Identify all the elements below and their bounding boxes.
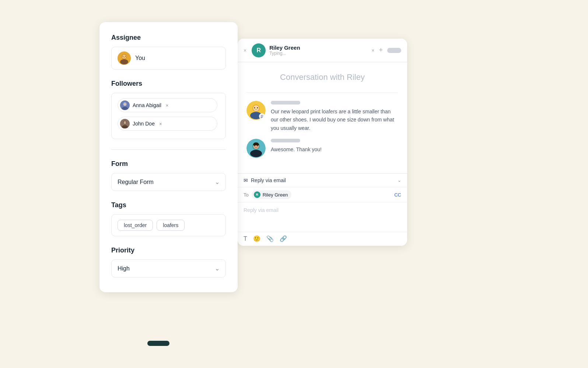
anna-remove[interactable]: × — [166, 103, 169, 108]
form-value: Regular Form — [118, 179, 154, 185]
tags-container: lost_order loafers — [111, 214, 226, 236]
chat-header-controls: × + — [371, 46, 401, 54]
chat-header-avatar: R — [252, 43, 266, 57]
priority-value: High — [118, 265, 130, 272]
form-chevron-icon: ⌄ — [215, 178, 220, 185]
toolbar-link-icon[interactable]: 🔗 — [280, 235, 287, 242]
svg-point-2 — [120, 59, 128, 64]
chat-header-info: Riley Green Typing... — [269, 45, 371, 56]
reply-recipient-name: Riley Green — [263, 192, 288, 198]
left-panel: Assignee You Followers — [99, 22, 238, 292]
tags-label: Tags — [111, 201, 226, 209]
anna-avatar — [120, 100, 130, 110]
message-text-2: Awesome. Thank you! — [271, 145, 398, 153]
svg-point-21 — [254, 107, 255, 109]
chat-title-divider — [246, 92, 398, 93]
chat-typing-indicator: Typing... — [269, 51, 371, 56]
assignee-label: Assignee — [111, 34, 226, 42]
assignee-box[interactable]: You — [111, 47, 226, 70]
message-avatar-customer — [246, 139, 266, 158]
svg-point-4 — [123, 56, 123, 57]
toolbar-attachment-icon[interactable]: 📎 — [266, 235, 274, 242]
chat-body: Conversation with Riley — [238, 62, 407, 170]
svg-point-31 — [254, 145, 255, 146]
message-row-1: Our new leopard print loafers are a litt… — [246, 101, 398, 132]
priority-chevron-icon: ⌄ — [215, 265, 220, 272]
priority-section: Priority High ⌄ — [111, 247, 226, 277]
chat-header-pill — [387, 48, 401, 53]
right-panel: × R Riley Green Typing... × + Conversati… — [238, 39, 407, 246]
svg-point-5 — [125, 56, 126, 57]
priority-dropdown[interactable]: High ⌄ — [111, 259, 226, 277]
message-name-bar-2 — [271, 139, 300, 142]
anna-name: Anna Abigail — [133, 102, 161, 108]
followers-box: Anna Abigail × — [111, 93, 226, 139]
reply-toolbar: T 🙂 📎 🔗 — [238, 232, 407, 246]
chat-close-left-button[interactable]: × — [244, 47, 246, 53]
form-section: Form Regular Form ⌄ — [111, 160, 226, 191]
message-avatar-riley — [246, 101, 266, 120]
svg-rect-24 — [252, 113, 260, 116]
message-content-2: Awesome. Thank you! — [271, 139, 398, 153]
form-dropdown[interactable]: Regular Form ⌄ — [111, 173, 226, 191]
reply-label: Reply via email — [251, 177, 395, 183]
tag-lost-order[interactable]: lost_order — [118, 220, 153, 231]
reply-to-row: To R Riley Green CC — [238, 187, 407, 202]
reply-chevron-icon: ⌄ — [398, 178, 401, 183]
reply-area: ✉ Reply via email ⌄ To R Riley Green CC … — [238, 173, 407, 246]
john-name: John Doe — [133, 121, 155, 127]
message-row-2: Awesome. Thank you! — [246, 139, 398, 158]
reply-to-label: To — [244, 192, 249, 198]
message-name-bar-1 — [271, 101, 300, 105]
tags-section: Tags lost_order loafers — [111, 201, 226, 236]
chat-close-right-button[interactable]: × — [371, 47, 374, 53]
chat-header: × R Riley Green Typing... × + — [238, 39, 407, 62]
reply-input-area[interactable]: Reply via email — [238, 202, 407, 232]
reply-placeholder: Reply via email — [244, 207, 279, 213]
chat-title: Conversation with Riley — [246, 72, 398, 82]
riley-avatar-badge — [259, 113, 265, 119]
message-content-1: Our new leopard print loafers are a litt… — [271, 101, 398, 132]
reply-cc-button[interactable]: CC — [394, 192, 401, 198]
svg-point-11 — [125, 104, 126, 105]
reply-recipient-tag[interactable]: R Riley Green — [252, 190, 292, 199]
svg-point-16 — [124, 122, 125, 123]
reply-email-icon: ✉ — [244, 177, 248, 183]
svg-point-10 — [124, 104, 125, 105]
assignee-avatar — [118, 52, 131, 65]
svg-point-17 — [125, 122, 126, 123]
form-label: Form — [111, 160, 226, 168]
svg-point-20 — [253, 105, 259, 111]
svg-point-26 — [261, 115, 263, 117]
assignee-name: You — [135, 55, 145, 61]
followers-section: Followers Anna Abigail — [111, 80, 226, 139]
toolbar-text-icon[interactable]: T — [244, 236, 247, 242]
chat-contact-name: Riley Green — [269, 45, 371, 51]
svg-point-22 — [257, 107, 258, 109]
john-avatar — [120, 119, 130, 128]
reply-recipient-avatar: R — [254, 191, 260, 198]
toolbar-emoji-icon[interactable]: 🙂 — [253, 235, 260, 242]
section-divider — [111, 149, 226, 150]
follower-anna: Anna Abigail × — [118, 98, 217, 112]
message-text-1: Our new leopard print loafers are a litt… — [271, 107, 398, 132]
reply-via-email-button[interactable]: ✉ Reply via email ⌄ — [238, 174, 407, 187]
chat-add-button[interactable]: + — [379, 46, 383, 54]
svg-point-32 — [257, 145, 258, 146]
followers-label: Followers — [111, 80, 226, 88]
john-remove[interactable]: × — [159, 121, 162, 127]
priority-label: Priority — [111, 247, 226, 254]
chat-header-avatar-initial: R — [256, 47, 261, 54]
follower-john: John Doe × — [118, 117, 217, 131]
bottom-bar — [147, 341, 169, 346]
tag-loafers[interactable]: loafers — [157, 220, 185, 231]
svg-rect-34 — [252, 151, 260, 153]
